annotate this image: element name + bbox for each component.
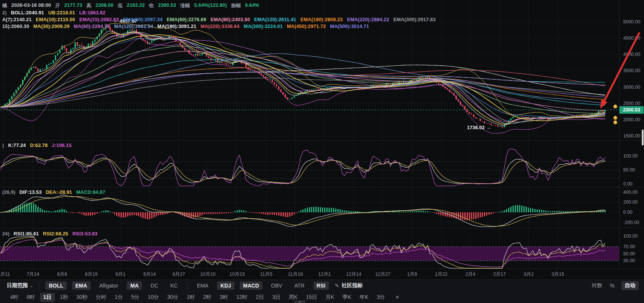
axis-label: 400.00: [623, 190, 638, 195]
timeframe-button-30秒[interactable]: 30秒: [73, 293, 91, 302]
time-axis-label: 12月27: [375, 271, 390, 278]
time-axis-label: 1月22: [435, 271, 447, 278]
edit-icon: ✎: [335, 283, 339, 289]
axis-label: 100.00: [623, 153, 638, 159]
pane-separator[interactable]: [0, 140, 644, 141]
time-axis-label: 3月2: [524, 271, 533, 278]
pane-separator: [0, 269, 644, 269]
overlay-button-ma[interactable]: MA: [127, 281, 142, 290]
axis-label: 70.00: [623, 244, 635, 249]
time-axis-label: 12月1: [318, 271, 331, 278]
axis-label: 4000.00: [623, 52, 640, 57]
time-axis-label: 9月1: [116, 271, 125, 278]
timeframe-button-3时[interactable]: 3时: [216, 293, 231, 302]
timeframe-button-3日[interactable]: 3日: [269, 293, 284, 302]
macd-pane[interactable]: [0, 187, 619, 227]
timeframe-button-1分[interactable]: 1分: [111, 293, 126, 302]
axis-label: 0.00: [623, 181, 632, 187]
time-axis[interactable]: 筹 爆 7月117月248月68月199月19月149月2710月1010月23…: [0, 269, 644, 280]
timeframe-button-月k[interactable]: 月K: [322, 293, 337, 302]
scale-button-对数[interactable]: 对数: [591, 281, 603, 290]
axis-label: 2000.00: [623, 117, 640, 122]
overlay-button-boll[interactable]: BOLL: [45, 281, 66, 290]
community-indicators-button[interactable]: ✎ 社区指标: [335, 282, 363, 289]
axis-label: -200.00: [623, 220, 639, 225]
pane-separator[interactable]: [0, 228, 644, 228]
axis-scrollbar-thumb[interactable]: [642, 130, 644, 145]
axis-label: 1500.00: [623, 133, 640, 139]
axis-label: 100.00: [623, 233, 638, 239]
time-axis-label: 3月15: [552, 271, 564, 278]
time-axis-label: 11月5: [260, 271, 272, 278]
time-axis-label: 1月9: [407, 271, 417, 278]
axis-label: 50.00: [623, 251, 635, 257]
axis-label: 3500.00: [623, 68, 640, 73]
timeframe-toolbar: 4时8时1日1秒30秒分时1分5分10分30分1时2时3时12时2日3日周K15…: [0, 291, 644, 303]
current-price-badge: 2300.53: [619, 106, 644, 114]
timeframe-button-3分[interactable]: 3分: [373, 293, 388, 302]
overlay-button-dc[interactable]: DC: [147, 281, 162, 290]
oscillator-button-macd[interactable]: MACD: [240, 281, 262, 290]
scale-button-%[interactable]: %: [609, 281, 615, 290]
kdj-pane[interactable]: [0, 141, 619, 187]
timeframe-button-1秒[interactable]: 1秒: [56, 293, 71, 302]
time-axis-label: 11月18: [288, 271, 303, 278]
timeframe-button-1时[interactable]: 1时: [183, 293, 199, 302]
timeframe-button-分时[interactable]: 分时: [92, 293, 110, 302]
oscillator-button-rsi[interactable]: RSI: [313, 281, 329, 290]
overlay-button-ema[interactable]: EMA: [72, 281, 91, 290]
timeframe-button-12时[interactable]: 12时: [233, 293, 251, 302]
timeframe-button-5分[interactable]: 5分: [128, 293, 143, 302]
axis-label: 2500.00: [623, 101, 640, 106]
time-axis-label: 2月17: [493, 271, 506, 278]
axis-label: 0.00: [623, 210, 632, 215]
time-axis-label: 9月27: [173, 271, 185, 278]
time-axis-label: 7月11: [0, 271, 10, 278]
overlay-button-alligator[interactable]: Alligator: [96, 281, 122, 290]
timeframe-button-1日[interactable]: 1日: [40, 293, 55, 302]
axis-label: 50.00: [623, 167, 635, 173]
axis-label: 30.00: [623, 258, 635, 263]
timeframe-button-30分[interactable]: 30分: [164, 293, 182, 302]
scale-button-自动[interactable]: 自动: [621, 281, 639, 290]
rsi-pane[interactable]: [0, 228, 619, 269]
overlay-button-kc[interactable]: KC: [167, 281, 181, 290]
time-axis-label: 8月19: [85, 271, 97, 278]
time-axis-label: 7月24: [27, 271, 39, 278]
axis-label: 3000.00: [623, 85, 640, 90]
time-axis-label: 9月14: [143, 271, 156, 278]
timeframe-button-4时[interactable]: 4时: [7, 293, 22, 302]
time-axis-label: 10月10: [200, 271, 216, 278]
session-high-label: ← 4957.67: [113, 18, 137, 24]
timeframe-button-8时[interactable]: 8时: [23, 293, 39, 302]
chevron-down-icon: ⌄: [30, 284, 33, 288]
price-axis[interactable]: 5000.004500.004000.003500.003000.002500.…: [619, 0, 644, 269]
timeframe-button-10分[interactable]: 10分: [144, 293, 162, 302]
axis-label: 4500.00: [623, 36, 640, 41]
timeframe-button-季k[interactable]: 季K: [339, 293, 354, 302]
oscillator-button-ema[interactable]: EMA: [194, 281, 212, 290]
time-axis-label: 12月14: [346, 271, 361, 278]
indicator-toolbar: 日期范围 ⌄ BOLLEMAAlligatorMADCKC EMAKDJMACD…: [0, 280, 644, 291]
oscillator-button-kdj[interactable]: KDJ: [217, 281, 234, 290]
chart-area[interactable]: 续2026-03-16 08:00开2177.73高2308.00低2163.3…: [0, 0, 644, 269]
oscillator-button-atr[interactable]: ATR: [291, 281, 308, 290]
oscillator-button-obv[interactable]: OBV: [268, 281, 286, 290]
timeframe-button-2日[interactable]: 2日: [252, 293, 267, 302]
axis-label: 200.00: [623, 199, 638, 205]
timeframe-button-2时[interactable]: 2时: [200, 293, 215, 302]
close-icon[interactable]: ×: [392, 293, 402, 302]
time-axis-label: 2月4: [465, 271, 475, 278]
axis-label: 5000.00: [623, 19, 640, 25]
date-range-dropdown[interactable]: 日期范围 ⌄: [7, 282, 33, 289]
time-axis-label: 10月23: [230, 271, 245, 278]
time-axis-label: 8月6: [57, 271, 67, 278]
divider: [39, 282, 39, 289]
divider: [187, 282, 188, 289]
pane-separator[interactable]: [0, 187, 644, 187]
main-price-pane[interactable]: [0, 0, 619, 140]
trading-chart-app: 续2026-03-16 08:00开2177.73高2308.00低2163.3…: [0, 0, 644, 303]
session-low-label: 1736.02 →: [467, 125, 491, 130]
week-tab-caret[interactable]: ▴: [294, 300, 305, 303]
timeframe-button-年k[interactable]: 年K: [356, 293, 372, 302]
